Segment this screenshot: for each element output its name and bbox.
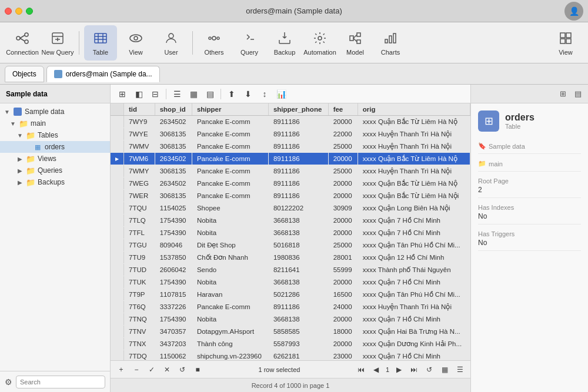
content-area: ⊞ ◧ ⊟ ☰ ▦ ▤ ⬆ ⬇ ↕ 📊 tid shop_id shipper [111, 85, 470, 392]
tab-objects-label: Objects [12, 70, 36, 78]
table-row[interactable]: 7WY92634502Pancake E-comm891118620000xxx… [111, 116, 470, 128]
table-cell: 55999 [328, 264, 358, 276]
table-cell: xxxx Quận 7 Hồ Chí Minh [358, 313, 470, 326]
refresh-button[interactable]: ↺ [176, 364, 188, 376]
discard-button[interactable]: ✕ [161, 364, 173, 376]
table-row[interactable]: 7TLQ1754390Nobita366813820000xxxx Quận 7… [111, 215, 470, 227]
table-row[interactable]: 7TDQ1150062shipchung.vn-2239606262181230… [111, 350, 470, 361]
sidebar-item-sample-data[interactable]: ▼ Sample data [0, 106, 110, 118]
table-button[interactable]: ▦ [186, 87, 201, 101]
columns-button[interactable]: ☰ [170, 87, 184, 101]
sidebar-item-queries[interactable]: ▶ 📁 Queries [0, 165, 110, 176]
toolbar-view[interactable]: View [119, 25, 152, 61]
toolbar-view-toggle[interactable]: View [549, 25, 582, 61]
chart-button[interactable]: 📊 [274, 87, 288, 101]
toolbar-connection[interactable]: Connection [6, 25, 39, 61]
table-cell: xxxx Quận Tân Phú Hồ Chí Mi... [358, 239, 470, 252]
table-cell: shipchung.vn-223960 [192, 350, 268, 361]
grid-view-button[interactable]: ⊞ [115, 87, 129, 101]
list-button[interactable]: ☰ [454, 364, 466, 376]
sidebar-item-orders[interactable]: ▦ orders [0, 141, 110, 153]
data-table: tid shop_id shipper shipper_phone fee or… [111, 103, 470, 360]
table-row[interactable]: 7TU91537850Chốt Đơn Nhanh198083628001xxx… [111, 252, 470, 264]
table-row[interactable]: 7T6Q3337226Pancake E-comm891118624000xxx… [111, 301, 470, 313]
svg-rect-28 [389, 36, 392, 43]
view-toggle-label: View [559, 49, 573, 56]
export-csv-button[interactable]: ⬆ [225, 87, 239, 101]
tab-orders[interactable]: orders@main (Sample da... [46, 66, 160, 82]
table-cell: xxxx Quận 7 Hồ Chí Minh [358, 227, 470, 239]
close-button[interactable] [5, 8, 12, 15]
table-row[interactable]: 7WMV3068135Pancake E-comm891118625000xxx… [111, 140, 470, 153]
table-row[interactable]: 7WER3068135Pancake E-comm891118620000xxx… [111, 190, 470, 202]
table-row[interactable]: 7WEG2634502Pancake E-comm891118620000xxx… [111, 177, 470, 190]
toolbar-automation[interactable]: Automation [303, 25, 336, 61]
toolbar-table[interactable]: Table [84, 25, 117, 61]
table-cell: xxxx Quận Bắc Từ Liêm Hà Nội [358, 190, 470, 202]
sidebar-settings-icon[interactable]: ⚙ [5, 377, 12, 387]
grid-button[interactable]: ▦ [439, 364, 450, 376]
connection-icon [14, 30, 31, 46]
table-cell: Pancake E-comm [192, 177, 268, 190]
toolbar-query[interactable]: Query [233, 25, 266, 61]
toolbar-others[interactable]: Others [198, 25, 230, 61]
table-cell: 7WYE [124, 128, 155, 140]
form-button[interactable]: ▤ [203, 87, 217, 101]
toolbar-new-query[interactable]: New Query [41, 25, 74, 61]
model-icon [347, 30, 363, 46]
sql-button[interactable]: ◧ [132, 87, 146, 101]
refresh2-button[interactable]: ↺ [423, 364, 435, 376]
sidebar-item-backups[interactable]: ▶ 📁 Backups [0, 176, 110, 188]
table-cell: 3668138 [268, 227, 328, 239]
table-row[interactable]: 7TUK1754390Nobita366813820000xxxx Quận 7… [111, 276, 470, 289]
table-cell: 6262181 [268, 350, 328, 361]
table-row[interactable]: 7TQU1154025Shopee8012220230909xxxx Quận … [111, 202, 470, 215]
table-cell: 2634502 [155, 153, 192, 165]
user-label: User [164, 49, 178, 56]
panel-view-btn-1[interactable]: ⊞ [556, 88, 569, 100]
filter-button[interactable]: ⊟ [148, 87, 162, 101]
sidebar-item-views[interactable]: ▶ 📁 Views [0, 153, 110, 165]
nav-prev-button[interactable]: ◀ [370, 364, 382, 376]
toolbar-model[interactable]: Model [339, 25, 372, 61]
panel-view-btn-2[interactable]: ▤ [572, 88, 584, 100]
prop-row-root-page: Root Page 2 [478, 174, 581, 198]
nav-first-button[interactable]: ⏮ [355, 364, 367, 376]
toolbar-charts[interactable]: Charts [374, 25, 407, 61]
confirm-button[interactable]: ✓ [146, 364, 158, 376]
sidebar-item-main[interactable]: ▼ 📁 main [0, 118, 110, 129]
add-row-button[interactable]: + [115, 364, 127, 376]
search-input[interactable] [16, 376, 105, 388]
sidebar-item-tables[interactable]: ▼ 📁 Tables [0, 129, 110, 141]
table-row[interactable]: 7T9P1107815Haravan502128616500xxxx Quận … [111, 289, 470, 301]
table-row[interactable]: 7TNX3437203Thành công558799320000xxxx Qu… [111, 338, 470, 350]
table-row[interactable]: 7WMY3068135Pancake E-comm891118625000xxx… [111, 165, 470, 177]
tab-objects[interactable]: Objects [5, 66, 44, 82]
table-row[interactable]: 7TFL1754390Nobita366813820000xxxx Quận 7… [111, 227, 470, 239]
table-cell: xxxx Quận 12 Hồ Chí Minh [358, 252, 470, 264]
table-row[interactable]: ▶7WM62634502Pancake E-comm891118620000xx… [111, 153, 470, 165]
table-row[interactable]: 7WYE3068135Pancake E-comm891118622000xxx… [111, 128, 470, 140]
table-cell: 20000 [328, 313, 358, 326]
entity-info: orders Table [505, 112, 534, 130]
export-json-button[interactable]: ⬇ [241, 87, 255, 101]
stop-button[interactable]: ■ [192, 364, 203, 376]
folder-tables-icon: 📁 [26, 130, 35, 140]
toolbar-user[interactable]: User [155, 25, 188, 61]
toolbar-backup[interactable]: Backup [268, 25, 301, 61]
svg-point-16 [169, 33, 173, 38]
table-row[interactable]: 7TGU809046Dit Đẹt Shop501681825000xxxx Q… [111, 239, 470, 252]
maximize-button[interactable] [26, 8, 33, 15]
table-row[interactable]: 7TNQ1754390Nobita366813820000xxxx Quận 7… [111, 313, 470, 326]
table-cell: 1537850 [155, 252, 192, 264]
nav-last-button[interactable]: ⏭ [408, 364, 420, 376]
nav-next-button[interactable]: ▶ [393, 364, 405, 376]
minimize-button[interactable] [15, 8, 22, 15]
table-row[interactable]: 7TUD2606042Sendo821164155999xxxx Thành p… [111, 264, 470, 276]
remove-row-button[interactable]: − [131, 364, 142, 376]
automation-label: Automation [303, 49, 336, 56]
table-row[interactable]: 7TNV3470357Dotapgym.AHsport585858518000x… [111, 326, 470, 338]
right-panel-header: ⊞ ▤ [471, 85, 588, 103]
import-button[interactable]: ↕ [258, 87, 272, 101]
table-cell: 7TNV [124, 326, 155, 338]
